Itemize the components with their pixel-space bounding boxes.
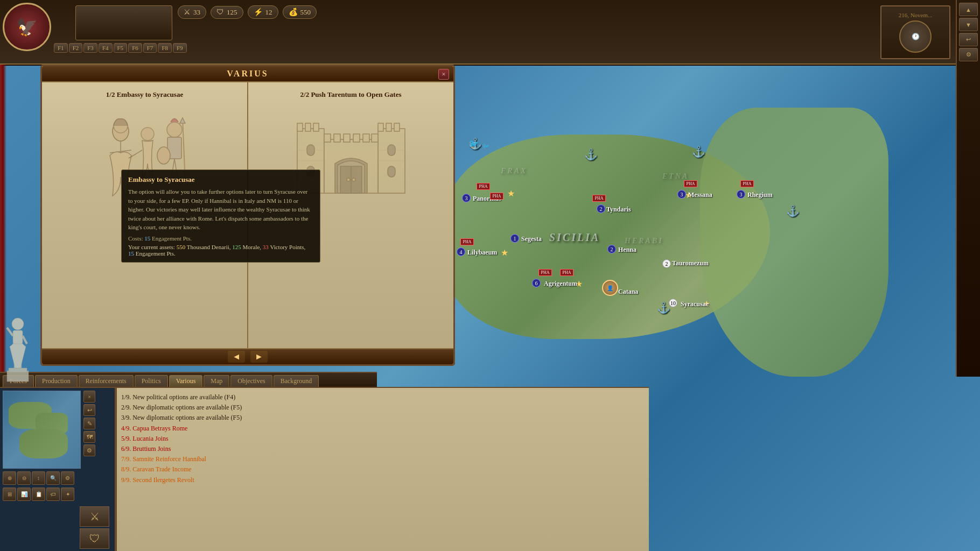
fkey-f3[interactable]: F3: [83, 43, 97, 53]
title-block: [75, 5, 172, 40]
sidebar-btn-3[interactable]: ↩: [959, 33, 978, 46]
top-bar: 🦅 ⚔ 33 🛡 125 ⚡ 12 💰 550 F1 F2 F3 F4 F5 F…: [0, 0, 980, 65]
minimap-btn-a1[interactable]: ⊕: [3, 471, 16, 485]
minimap-btn-a4[interactable]: 🔍: [46, 471, 60, 485]
badge-agrigentum-num: 6: [532, 279, 541, 287]
fkey-f8[interactable]: F8: [158, 43, 172, 53]
city-henna: Henna: [618, 246, 636, 254]
minimap[interactable]: [3, 391, 81, 469]
dialog-title: VARIUS: [227, 69, 268, 79]
event-line-8: 8/9. Caravan Trade Income: [121, 464, 645, 475]
tab-politics[interactable]: Politics: [135, 375, 168, 387]
badge-henna-num: 2: [607, 245, 616, 253]
tab-production[interactable]: Production: [35, 375, 78, 387]
minimap-btn-b3[interactable]: 📋: [32, 488, 45, 501]
sidebar-btn-4[interactable]: ⚙: [959, 48, 978, 61]
svg-rect-31: [344, 134, 350, 142]
dialog-next-button[interactable]: ►: [250, 351, 268, 363]
minimap-btn-b4[interactable]: 🏷: [46, 488, 60, 501]
event-line-9: 9/9. Second Ilergetes Revolt: [121, 475, 645, 485]
minimap-btn-b2[interactable]: 📊: [17, 488, 31, 501]
svg-point-7: [141, 128, 154, 140]
gold-icon: 💰: [289, 8, 298, 17]
badge-panormus-num: 3: [462, 194, 471, 202]
event-line-1: 1/9. New political options are available…: [121, 392, 645, 402]
minimap-btn-a5[interactable]: ⚙: [61, 471, 74, 485]
anchor-n: ⚓: [584, 148, 598, 161]
tooltip-body: The option will allow you to take furthe…: [128, 187, 313, 232]
general-token: 👤: [602, 280, 618, 296]
svg-point-9: [167, 122, 182, 137]
tab-map[interactable]: Map: [204, 375, 229, 387]
resource-lightning: ⚡ 12: [248, 5, 278, 19]
minimap-controls: × ↩ ✎ 🗺 ⚙: [83, 391, 95, 456]
fkey-f9[interactable]: F9: [173, 43, 187, 53]
svg-rect-24: [386, 123, 391, 131]
minimap-btn-a3[interactable]: ↕: [32, 471, 45, 485]
svg-line-49: [23, 336, 27, 344]
svg-rect-46: [13, 330, 23, 344]
svg-point-13: [157, 147, 170, 164]
city-lilybaeum: Lilybaeum: [467, 249, 497, 257]
svg-point-38: [352, 178, 355, 181]
function-keys: F1 F2 F3 F4 F5 F6 F7 F8 F9: [54, 43, 187, 53]
lightning-icon: ⚡: [254, 8, 263, 17]
fkey-f2[interactable]: F2: [69, 43, 83, 53]
dialog-bottom-nav: ◄ ►: [42, 348, 453, 364]
unit-messana: PHA: [684, 180, 697, 187]
unit-panormus1: PHA: [477, 183, 490, 190]
unit-tyndaris: PHA: [592, 195, 606, 202]
unit-agrigentum1: PHA: [538, 269, 552, 276]
badge-tauromenium-num: 2: [662, 259, 671, 268]
minimap-btn-undo[interactable]: ↩: [83, 404, 95, 416]
asset-morale: 125: [232, 244, 241, 250]
event-line-4: 4/9. Capua Betrays Rome: [121, 423, 645, 434]
tab-reinforcements[interactable]: Reinforcements: [79, 375, 134, 387]
city-tyndaris: Tyndaris: [606, 206, 631, 214]
dialog-close-button[interactable]: ×: [438, 69, 449, 80]
statue: [4, 277, 31, 384]
star-panormus: ★: [507, 188, 515, 199]
tab-various[interactable]: Various: [169, 375, 203, 387]
right-sidebar: ▲ ▼ ↩ ⚙: [956, 0, 980, 377]
city-catana: Catana: [618, 288, 638, 296]
fkey-f1[interactable]: F1: [54, 43, 68, 53]
unit-panormus2: PHA: [490, 193, 503, 200]
svg-point-47: [12, 318, 24, 330]
minimap-btn-b5[interactable]: ✦: [61, 488, 74, 501]
minimap-btn-settings[interactable]: ⚙: [83, 444, 95, 456]
minimap-btn-b1[interactable]: ⊞: [3, 488, 16, 501]
minimap-btn-a2[interactable]: ⊖: [17, 471, 31, 485]
anchor-ne: ⚓: [692, 145, 705, 158]
sidebar-btn-2[interactable]: ▼: [959, 18, 978, 31]
fkey-f5[interactable]: F5: [114, 43, 128, 53]
city-messana: Messana: [688, 191, 712, 199]
resource-shields: 🛡 125: [211, 6, 243, 19]
svg-rect-32: [353, 134, 360, 142]
svg-point-37: [347, 178, 350, 181]
city-segesta: Segesta: [521, 235, 542, 243]
event-line-2: 2/9. New diplomatic options are availabl…: [121, 402, 645, 413]
badge-lilybaeum-num: 4: [457, 248, 465, 256]
minimap-btn-close[interactable]: ×: [83, 391, 95, 402]
tooltip-title: Embassy to Syracusae: [128, 175, 313, 184]
unit-rhegium: PHA: [740, 180, 754, 187]
fkey-f7[interactable]: F7: [143, 43, 157, 53]
resource-gold: 💰 550: [283, 5, 317, 19]
badge-tyndaris-num: 2: [597, 204, 605, 213]
panel-1-title: 1/2 Embassy to Syracusae: [50, 90, 239, 99]
minimap-land-3: [19, 429, 68, 458]
sidebar-btn-1[interactable]: ▲: [959, 3, 978, 16]
fkey-f4[interactable]: F4: [99, 43, 113, 53]
tooltip-costs-value: 15: [144, 235, 150, 242]
date-text: 216, Novem...: [899, 12, 933, 18]
panel-2-title: 2/2 Push Tarentum to Open Gates: [256, 90, 445, 99]
tab-objectives[interactable]: Objectives: [230, 375, 272, 387]
star-lilybaeum: ★: [501, 248, 508, 258]
fkey-f6[interactable]: F6: [128, 43, 142, 53]
minimap-btn-map[interactable]: 🗺: [83, 431, 95, 443]
asset-ep: 15: [128, 250, 134, 257]
dialog-prev-button[interactable]: ◄: [228, 351, 245, 363]
tab-background[interactable]: Background: [274, 375, 319, 387]
minimap-btn-edit[interactable]: ✎: [83, 418, 95, 429]
